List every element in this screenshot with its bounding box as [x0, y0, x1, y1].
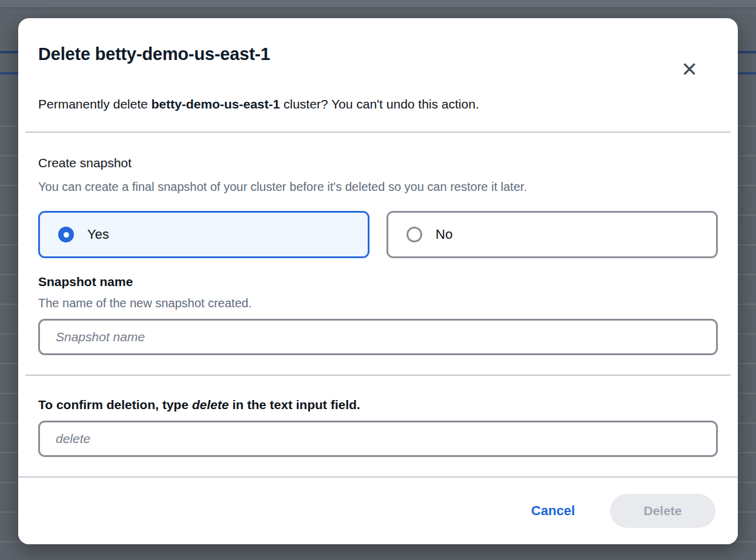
- deletion-confirm-keyword: delete: [192, 398, 229, 412]
- cluster-name: betty-demo-us-east-1: [151, 97, 280, 111]
- snapshot-option-group: Yes No: [38, 211, 718, 258]
- screen: ✕ Delete betty-demo-us-east-1 Permanentl…: [0, 0, 756, 560]
- create-snapshot-heading: Create snapshot: [38, 155, 718, 171]
- radio-selected-icon[interactable]: [58, 227, 74, 242]
- snapshot-option-yes-label: Yes: [87, 227, 109, 242]
- snapshot-name-description: The name of the new snapshot created.: [38, 295, 718, 311]
- create-snapshot-description: You can create a final snapshot of your …: [38, 179, 718, 195]
- close-button[interactable]: ✕: [676, 56, 703, 82]
- confirmation-message: Permanently delete betty-demo-us-east-1 …: [38, 96, 718, 112]
- snapshot-option-yes[interactable]: Yes: [38, 211, 370, 258]
- deletion-confirm-input[interactable]: [38, 421, 718, 457]
- delete-cluster-dialog: ✕ Delete betty-demo-us-east-1 Permanentl…: [18, 18, 738, 544]
- console-top-bar: [0, 0, 756, 7]
- console-top-seam: [0, 7, 756, 8]
- snapshot-option-no-label: No: [436, 227, 453, 242]
- deletion-confirm-instruction: To confirm deletion, type delete in the …: [38, 396, 718, 413]
- confirmation-suffix: cluster? You can't undo this action.: [280, 97, 479, 111]
- snapshot-name-label: Snapshot name: [38, 273, 718, 290]
- snapshot-name-input[interactable]: [38, 319, 718, 355]
- deletion-confirm-suffix: in the text input field.: [229, 398, 360, 412]
- snapshot-option-no[interactable]: No: [386, 211, 718, 258]
- radio-unselected-icon[interactable]: [406, 227, 422, 242]
- confirmation-prefix: Permanently delete: [38, 97, 151, 111]
- dialog-title: Delete betty-demo-us-east-1: [38, 44, 718, 64]
- section-divider-middle: [25, 375, 731, 376]
- close-icon: ✕: [681, 59, 698, 79]
- delete-button[interactable]: Delete: [610, 494, 715, 528]
- section-divider-top: [25, 132, 731, 133]
- dialog-footer: Cancel Delete: [18, 476, 738, 544]
- deletion-confirm-prefix: To confirm deletion, type: [38, 398, 192, 412]
- cancel-button[interactable]: Cancel: [522, 498, 585, 524]
